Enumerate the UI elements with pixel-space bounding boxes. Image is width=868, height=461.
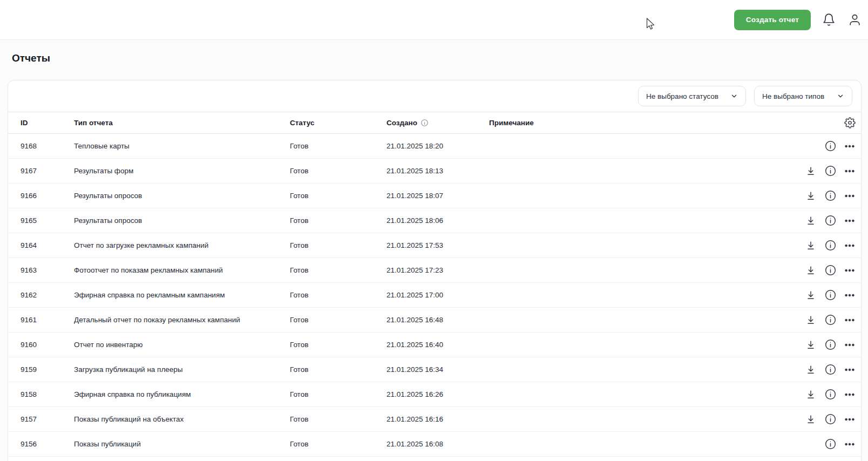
row-menu-button[interactable] <box>843 214 857 228</box>
type-filter-dropdown[interactable]: Не выбрано типов <box>754 86 852 106</box>
profile-button[interactable] <box>846 12 863 28</box>
info-circle-icon[interactable] <box>421 119 429 127</box>
table-row[interactable]: 9158 Эфирная справка по публикациям Гото… <box>8 382 861 407</box>
filter-bar: Не выбрано статусов Не выбрано типов <box>8 80 861 112</box>
cell-status: Готов <box>290 440 386 448</box>
table-row[interactable]: 9159 Загрузка публикаций на плееры Готов… <box>8 357 861 382</box>
row-menu-button[interactable] <box>843 363 857 377</box>
cell-report-type: Показы публикаций на объектах <box>74 415 290 423</box>
info-circle-icon <box>824 165 837 177</box>
row-menu-button[interactable] <box>843 239 857 253</box>
row-menu-button[interactable] <box>843 288 857 302</box>
cell-id: 9164 <box>21 241 74 249</box>
cell-id: 9157 <box>21 415 74 423</box>
table-row[interactable]: 9156 Показы публикаций Готов 21.01.2025 … <box>8 432 861 457</box>
info-button[interactable] <box>823 412 837 426</box>
info-circle-icon <box>824 189 837 202</box>
row-actions <box>801 189 857 203</box>
download-icon <box>805 314 817 326</box>
cell-created: 21.01.2025 17:23 <box>386 266 489 274</box>
info-button[interactable] <box>823 313 837 327</box>
row-menu-button[interactable] <box>843 164 857 178</box>
page-title: Отчеты <box>12 52 50 64</box>
table-row[interactable]: 9165 Результаты опросов Готов 21.01.2025… <box>8 208 861 233</box>
info-button[interactable] <box>823 239 837 253</box>
cell-id: 9167 <box>21 167 74 175</box>
download-button[interactable] <box>804 338 818 352</box>
create-report-button[interactable]: Создать отчет <box>734 10 811 30</box>
cell-status: Готов <box>290 291 386 299</box>
row-menu-button[interactable] <box>843 139 857 153</box>
info-button[interactable] <box>823 338 837 352</box>
table-row[interactable]: 9168 Тепловые карты Готов 21.01.2025 18:… <box>8 134 861 159</box>
row-menu-button[interactable] <box>843 412 857 426</box>
cell-report-type: Детальный отчет по показу рекламных камп… <box>74 316 290 324</box>
info-button[interactable] <box>823 164 837 178</box>
info-circle-icon <box>824 314 837 326</box>
row-menu-button[interactable] <box>843 437 857 451</box>
download-button[interactable] <box>804 388 818 402</box>
download-icon <box>805 339 817 351</box>
download-icon <box>805 389 817 401</box>
info-button[interactable] <box>823 388 837 402</box>
kebab-menu-icon <box>844 190 856 202</box>
download-button[interactable] <box>804 214 818 228</box>
download-button[interactable] <box>804 313 818 327</box>
status-filter-dropdown[interactable]: Не выбрано статусов <box>638 86 746 106</box>
download-button[interactable] <box>804 412 818 426</box>
cell-status: Готов <box>290 241 386 249</box>
row-menu-button[interactable] <box>843 189 857 203</box>
download-button[interactable] <box>804 363 818 377</box>
row-actions <box>801 412 857 426</box>
row-menu-button[interactable] <box>843 338 857 352</box>
gear-icon <box>844 117 856 128</box>
download-button[interactable] <box>804 189 818 203</box>
row-actions <box>801 164 857 178</box>
chevron-down-icon <box>725 92 738 100</box>
info-circle-icon <box>824 338 837 351</box>
cell-report-type: Результаты опросов <box>74 192 290 200</box>
row-menu-button[interactable] <box>843 388 857 402</box>
chevron-down-icon <box>831 92 844 100</box>
table-body: 9168 Тепловые карты Готов 21.01.2025 18:… <box>8 134 861 457</box>
info-button[interactable] <box>823 214 837 228</box>
info-button[interactable] <box>823 288 837 302</box>
cell-id: 9158 <box>21 390 74 398</box>
notifications-button[interactable] <box>820 12 837 28</box>
table-row[interactable]: 9167 Результаты форм Готов 21.01.2025 18… <box>8 159 861 184</box>
cell-id: 9156 <box>21 440 74 448</box>
row-menu-button[interactable] <box>843 313 857 327</box>
table-row[interactable]: 9162 Эфирная справка по рекламным кампан… <box>8 283 861 308</box>
download-icon <box>805 215 817 227</box>
table-row[interactable]: 9160 Отчет по инвентарю Готов 21.01.2025… <box>8 333 861 357</box>
kebab-menu-icon <box>844 413 856 425</box>
table-row[interactable]: 9163 Фотоотчет по показам рекламных камп… <box>8 258 861 283</box>
cell-created: 21.01.2025 17:53 <box>386 241 489 249</box>
info-button[interactable] <box>823 189 837 203</box>
row-menu-button[interactable] <box>843 263 857 277</box>
info-circle-icon <box>824 363 837 376</box>
table-row[interactable]: 9157 Показы публикаций на объектах Готов… <box>8 407 861 432</box>
cell-id: 9160 <box>21 341 74 349</box>
info-button[interactable] <box>823 139 837 153</box>
info-button[interactable] <box>823 437 837 451</box>
info-button[interactable] <box>823 263 837 277</box>
table-row[interactable]: 9164 Отчет по загрузке рекламных кампани… <box>8 233 861 258</box>
download-button[interactable] <box>804 164 818 178</box>
table-settings-button[interactable] <box>843 116 857 130</box>
cell-id: 9162 <box>21 291 74 299</box>
kebab-menu-icon <box>844 240 856 252</box>
cell-created: 21.01.2025 18:13 <box>386 167 489 175</box>
kebab-menu-icon <box>844 364 856 376</box>
info-button[interactable] <box>823 363 837 377</box>
download-button[interactable] <box>804 239 818 253</box>
download-button[interactable] <box>804 263 818 277</box>
row-actions <box>801 338 857 352</box>
kebab-menu-icon <box>844 314 856 326</box>
cell-status: Готов <box>290 266 386 274</box>
table-row[interactable]: 9166 Результаты опросов Готов 21.01.2025… <box>8 184 861 208</box>
row-actions <box>801 388 857 402</box>
table-row[interactable]: 9161 Детальный отчет по показу рекламных… <box>8 308 861 333</box>
download-button[interactable] <box>804 288 818 302</box>
row-actions <box>801 313 857 327</box>
